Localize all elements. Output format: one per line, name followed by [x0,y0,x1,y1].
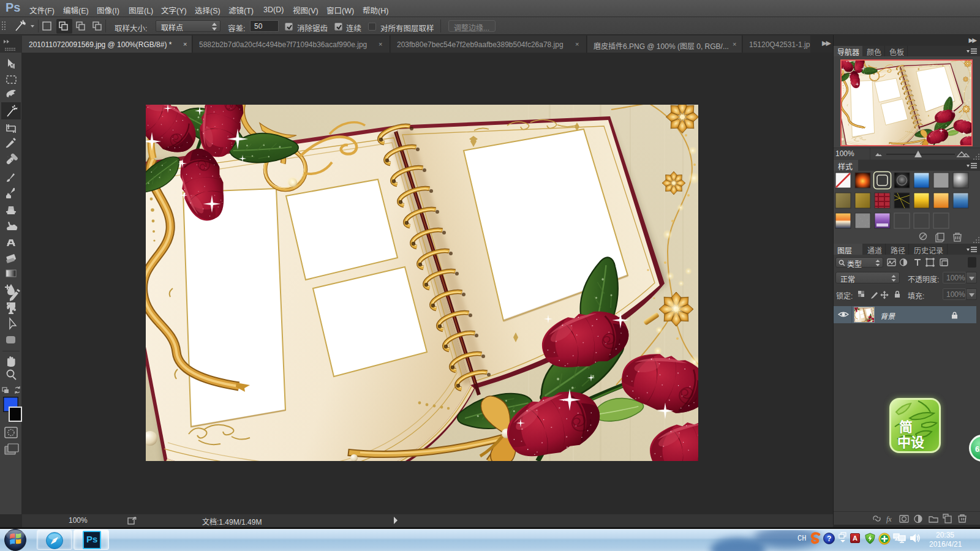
svg-text:?: ? [827,534,831,543]
svg-text:fx: fx [886,515,892,523]
